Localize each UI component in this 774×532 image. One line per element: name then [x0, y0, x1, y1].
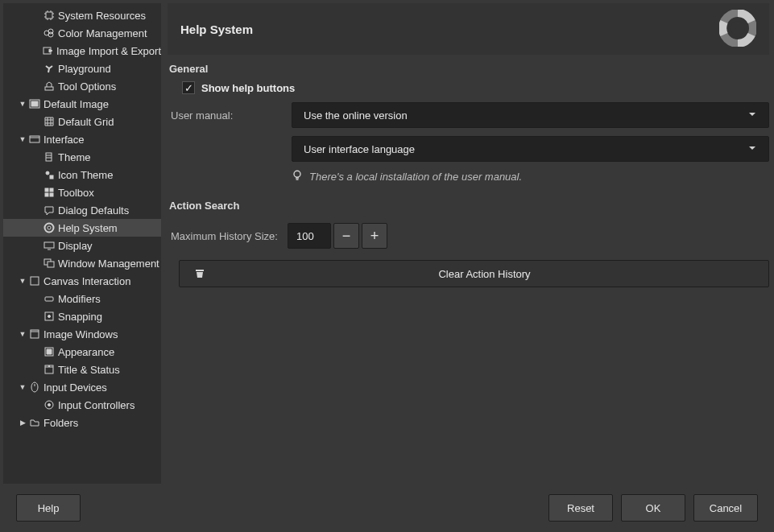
sidebar-item-label: Default Image: [42, 98, 109, 110]
sidebar-item-input-controllers[interactable]: Input Controllers: [3, 396, 161, 414]
sidebar-item-folders[interactable]: ▶Folders: [3, 414, 161, 431]
svg-rect-20: [48, 262, 54, 267]
grid-icon: [42, 116, 56, 127]
sidebar-item-snapping[interactable]: Snapping: [3, 307, 161, 325]
show-help-buttons-checkbox[interactable]: [182, 81, 195, 94]
svg-point-3: [48, 32, 53, 37]
sidebar-item-label: Image Windows: [42, 328, 118, 340]
sidebar-item-input-devices[interactable]: ▼Input Devices: [3, 378, 161, 396]
toolopt-icon: [42, 80, 56, 92]
sidebar-item-image-windows[interactable]: ▼Image Windows: [3, 325, 161, 343]
preferences-sidebar[interactable]: System ResourcesColor ManagementImage Im…: [3, 3, 161, 484]
sidebar-item-label: Color Management: [56, 27, 147, 39]
local-manual-hint: There's a local installation of the user…: [292, 170, 769, 184]
sidebar-item-default-grid[interactable]: Default Grid: [3, 113, 161, 130]
page-title: Help System: [180, 23, 253, 36]
svg-rect-7: [31, 101, 38, 106]
window-icon: [42, 258, 56, 269]
sidebar-item-icon-theme[interactable]: Icon Theme: [3, 166, 161, 184]
section-heading-action-search: Action Search: [169, 200, 769, 212]
sidebar-item-label: Interface: [42, 134, 85, 146]
sidebar-item-playground[interactable]: Playground: [3, 60, 161, 77]
decrement-button[interactable]: −: [333, 223, 359, 249]
sidebar-item-label: Icon Theme: [56, 169, 113, 181]
sidebar-item-interface[interactable]: ▼Interface: [3, 130, 161, 148]
chip-icon: [42, 10, 56, 21]
chevron-down-icon: [747, 143, 757, 155]
chevron-down-icon[interactable]: ▼: [18, 383, 27, 391]
clear-action-history-button[interactable]: Clear Action History: [179, 260, 769, 287]
help-button[interactable]: Help: [16, 494, 81, 522]
svg-point-28: [31, 382, 38, 392]
ui-language-dropdown[interactable]: User interface language: [292, 136, 769, 162]
svg-rect-13: [50, 188, 53, 192]
import-icon: [41, 45, 55, 56]
svg-point-17: [48, 226, 51, 229]
svg-point-24: [48, 315, 51, 318]
ok-button[interactable]: OK: [621, 494, 685, 522]
max-history-value[interactable]: 100: [288, 223, 331, 249]
sidebar-item-label: Window Management: [56, 258, 159, 270]
preferences-content-panel: Help System General: [166, 3, 771, 484]
sidebar-item-default-image[interactable]: ▼Default Image: [3, 95, 161, 113]
hint-text: There's a local installation of the user…: [309, 171, 522, 183]
chevron-down-icon[interactable]: ▼: [18, 100, 27, 108]
svg-rect-12: [45, 188, 48, 192]
sidebar-item-theme[interactable]: Theme: [3, 148, 161, 166]
snap-icon: [42, 311, 56, 322]
sidebar-item-help-system[interactable]: Help System: [3, 219, 161, 237]
canvas-icon: [27, 275, 42, 287]
controller-icon: [42, 399, 56, 410]
modifier-icon: [42, 293, 56, 304]
sidebar-item-toolbox[interactable]: Toolbox: [3, 184, 161, 201]
sidebar-item-label: Dialog Defaults: [56, 204, 129, 217]
max-history-label: Maximum History Size:: [171, 230, 278, 242]
image-icon: [27, 98, 42, 109]
user-manual-label: User manual:: [171, 109, 284, 122]
sidebar-item-modifiers[interactable]: Modifiers: [3, 290, 161, 307]
sidebar-item-label: Display: [56, 240, 93, 252]
page-header: Help System: [168, 3, 769, 55]
svg-point-10: [46, 171, 49, 175]
appear-icon: [42, 346, 56, 357]
dialog-icon: [42, 204, 56, 216]
sidebar-item-color-management[interactable]: Color Management: [3, 24, 161, 42]
chevron-right-icon[interactable]: ▶: [18, 419, 27, 427]
toolbox-icon: [42, 187, 56, 198]
help-icon: [42, 222, 56, 233]
sidebar-item-image-import-export[interactable]: Image Import & Export: [3, 42, 161, 60]
sidebar-item-window-management[interactable]: Window Management: [3, 254, 161, 272]
sidebar-item-title-status[interactable]: Title & Status: [3, 361, 161, 378]
interface-icon: [27, 134, 42, 145]
svg-point-30: [48, 404, 51, 406]
sidebar-item-label: Theme: [56, 151, 90, 163]
cancel-button[interactable]: Cancel: [693, 494, 758, 522]
lightbulb-icon: [292, 170, 303, 184]
user-manual-dropdown[interactable]: Use the online version: [292, 102, 769, 128]
sidebar-item-label: Modifiers: [56, 293, 101, 305]
svg-rect-0: [46, 12, 52, 19]
chevron-down-icon[interactable]: ▼: [18, 135, 27, 143]
input-icon: [27, 381, 42, 393]
chevron-down-icon[interactable]: ▼: [18, 277, 27, 285]
sidebar-item-display[interactable]: Display: [3, 237, 161, 254]
sidebar-item-label: Help System: [56, 222, 118, 234]
sidebar-item-appearance[interactable]: Appearance: [3, 343, 161, 361]
svg-rect-11: [50, 175, 53, 179]
sidebar-item-system-resources[interactable]: System Resources: [3, 6, 161, 24]
reset-button[interactable]: Reset: [548, 494, 613, 522]
lifebuoy-icon: [719, 10, 756, 49]
chevron-down-icon[interactable]: ▼: [18, 330, 27, 338]
sidebar-item-label: Image Import & Export: [55, 45, 161, 57]
sidebar-item-label: Canvas Interaction: [42, 275, 130, 287]
sidebar-item-label: Snapping: [56, 311, 102, 323]
ui-language-value: User interface language: [304, 143, 415, 155]
palette-icon: [42, 27, 56, 39]
sidebar-item-canvas-interaction[interactable]: ▼Canvas Interaction: [3, 272, 161, 290]
sidebar-item-tool-options[interactable]: Tool Options: [3, 77, 161, 95]
icontheme-icon: [42, 169, 56, 180]
increment-button[interactable]: +: [362, 223, 387, 249]
sidebar-item-dialog-defaults[interactable]: Dialog Defaults: [3, 201, 161, 219]
svg-point-32: [731, 21, 745, 35]
svg-rect-22: [45, 297, 53, 301]
